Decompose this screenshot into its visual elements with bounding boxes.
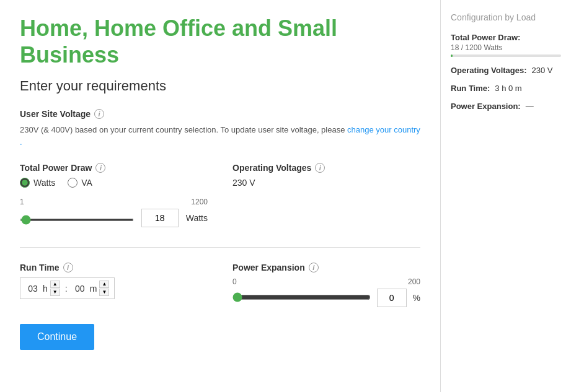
sidebar-power-expansion-label: Power Expansion:: [451, 102, 521, 111]
run-time-col: Run Time i 03 h ▲ ▼ : 00 m ▲: [20, 263, 208, 309]
requirements-grid: Total Power Draw i Watts VA 1 1200: [20, 163, 420, 232]
section-divider: [20, 247, 420, 248]
minutes-unit: m: [90, 284, 97, 294]
va-radio-label[interactable]: VA: [68, 178, 92, 188]
total-power-draw-col: Total Power Draw i Watts VA 1 1200: [20, 163, 208, 232]
hours-up-button[interactable]: ▲: [50, 281, 60, 288]
continue-button[interactable]: Continue: [20, 324, 94, 350]
power-expansion-slider[interactable]: [232, 292, 371, 302]
percent-symbol: %: [413, 293, 420, 303]
sidebar-total-power-label: Total Power Draw:: [451, 33, 520, 42]
total-power-progress-bar: [451, 54, 561, 57]
sidebar-run-time-value: 3 h 0 m: [495, 84, 521, 93]
power-unit-label: Watts: [186, 213, 208, 223]
page-title: Home, Home Office and Small Business: [20, 15, 420, 68]
user-site-voltage-section: User Site Voltage i 230V (& 400V) based …: [20, 109, 420, 148]
total-power-info-icon[interactable]: i: [95, 163, 105, 173]
minutes-down-button[interactable]: ▼: [99, 289, 109, 296]
hours-unit: h: [43, 284, 48, 294]
second-row-grid: Run Time i 03 h ▲ ▼ : 00 m ▲: [20, 263, 420, 309]
run-time-info-icon[interactable]: i: [63, 263, 73, 272]
power-expansion-info-icon[interactable]: i: [309, 263, 319, 272]
user-site-voltage-label: User Site Voltage i: [20, 109, 420, 119]
expansion-slider-container: [232, 292, 371, 304]
sidebar-operating-voltages-value: 230 V: [532, 66, 553, 75]
page-title-line2: Business: [20, 42, 119, 68]
time-separator: :: [65, 284, 68, 294]
power-slider-row: Watts: [20, 209, 208, 227]
watts-radio[interactable]: [20, 178, 30, 188]
hours-stepper: ▲ ▼: [50, 281, 60, 296]
sidebar-run-time-label: Run Time:: [451, 84, 490, 93]
power-expansion-label: Power Expansion i: [232, 263, 420, 272]
operating-voltages-col: Operating Voltages i 230 V: [232, 163, 420, 232]
operating-voltages-label: Operating Voltages i: [232, 163, 420, 173]
minutes-stepper: ▲ ▼: [99, 281, 109, 296]
user-site-voltage-info-icon[interactable]: i: [94, 109, 104, 119]
sidebar-run-time: Run Time: 3 h 0 m: [451, 84, 561, 93]
sidebar-power-expansion: Power Expansion: —: [451, 102, 561, 111]
page-title-line1: Home, Home Office and Small: [20, 15, 337, 41]
power-expansion-input[interactable]: [377, 289, 407, 307]
watts-radio-label[interactable]: Watts: [20, 178, 55, 188]
hours-value: 03: [25, 284, 40, 294]
minutes-field: 00 m ▲ ▼: [73, 281, 110, 296]
main-content: Home, Home Office and Small Business Ent…: [0, 0, 441, 392]
total-power-draw-label: Total Power Draw i: [20, 163, 208, 173]
minutes-value: 00: [73, 284, 87, 294]
sidebar-total-power-draw: Total Power Draw: 18 / 1200 Watts: [451, 32, 561, 57]
sidebar: Configuration by Load Total Power Draw: …: [441, 0, 571, 392]
operating-voltage-value: 230 V: [232, 178, 420, 188]
hours-down-button[interactable]: ▼: [50, 289, 60, 296]
va-radio[interactable]: [68, 178, 77, 188]
operating-voltages-info-icon[interactable]: i: [315, 163, 325, 173]
power-draw-input[interactable]: [141, 209, 179, 227]
section-subtitle: Enter your requirements: [20, 78, 420, 94]
power-draw-slider[interactable]: [20, 219, 134, 221]
minutes-up-button[interactable]: ▲: [99, 281, 109, 288]
power-slider-labels: 1 1200: [20, 198, 208, 206]
sidebar-total-power-value: 18 / 1200 Watts: [451, 43, 561, 52]
sidebar-power-expansion-value: —: [526, 102, 534, 111]
sidebar-operating-voltages: Operating Voltages: 230 V: [451, 66, 561, 75]
power-expansion-col: Power Expansion i 0 200 %: [232, 263, 420, 309]
hours-field: 03 h ▲ ▼: [25, 281, 60, 296]
voltage-description: 230V (& 400V) based on your current coun…: [20, 124, 420, 148]
run-time-input-group: 03 h ▲ ▼ : 00 m ▲ ▼: [20, 277, 115, 299]
total-power-progress-fill: [451, 54, 453, 57]
power-slider-container: [20, 213, 134, 223]
run-time-label: Run Time i: [20, 263, 208, 272]
sidebar-operating-voltages-label: Operating Voltages:: [451, 66, 527, 75]
sidebar-title: Configuration by Load: [451, 12, 561, 22]
power-unit-radio-group: Watts VA: [20, 178, 208, 188]
expansion-slider-labels: 0 200: [232, 277, 420, 286]
expansion-row: %: [232, 289, 420, 307]
